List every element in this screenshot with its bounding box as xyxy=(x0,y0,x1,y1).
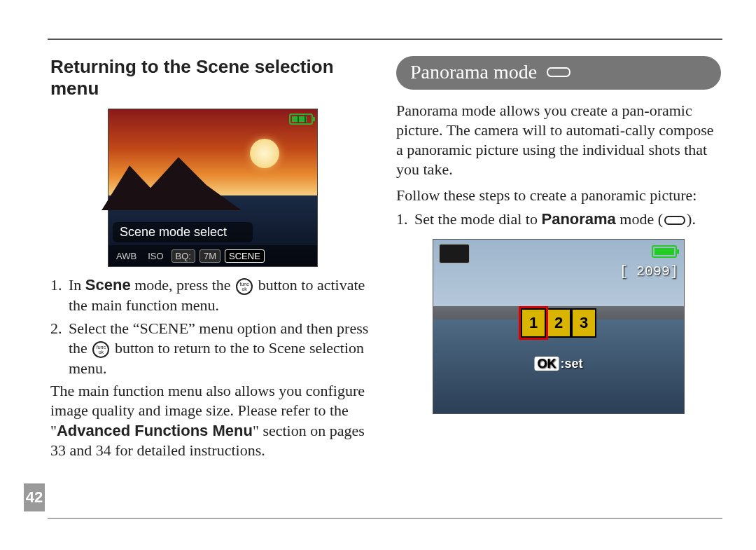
shots-remaining: [ 2099] xyxy=(620,263,678,280)
tag-awb: AWB xyxy=(113,250,140,262)
sun-graphic xyxy=(250,139,279,168)
func-ok-button-icon: funcok xyxy=(92,341,109,358)
func-ok-button-icon: funcok xyxy=(236,278,253,295)
mode-indicator-icon xyxy=(439,244,470,263)
camera-status-row: AWB ISO BQ: 7M SCENE xyxy=(108,245,317,266)
item-text: In Scene mode, press the funcok button t… xyxy=(69,275,375,315)
section-header-pill: Panorama mode xyxy=(396,56,721,90)
figure-panorama-preview: [ 2099] 1 2 3 OK:set xyxy=(433,239,685,414)
panorama-icon xyxy=(547,67,570,77)
bold: Advanced Functions Menu xyxy=(57,422,253,439)
mountain-graphic xyxy=(102,154,241,210)
content-columns: Returning to the Scene selection menu Sc… xyxy=(50,56,721,515)
right-column: Panorama mode Panorama mode allows you c… xyxy=(396,56,721,515)
panorama-frame: 2 xyxy=(546,308,571,338)
t: In xyxy=(69,276,85,294)
battery-icon xyxy=(289,114,313,125)
scene-mode-banner: Scene mode select xyxy=(113,222,253,242)
item-number: 1. xyxy=(50,275,69,315)
t: Set the mode dial to xyxy=(414,210,541,228)
left-column: Returning to the Scene selection menu Sc… xyxy=(50,56,375,515)
item-number: 2. xyxy=(50,319,69,379)
tag-scene: SCENE xyxy=(225,249,265,263)
ok-badge: OK xyxy=(534,357,559,371)
tag-bq: BQ: xyxy=(172,249,195,263)
list-item: 2. Select the “SCENE” menu option and th… xyxy=(50,319,375,379)
page-number-tab: 42 xyxy=(24,483,45,511)
bottom-rule xyxy=(48,518,722,519)
set-text: :set xyxy=(560,357,582,371)
t: ). xyxy=(687,210,696,228)
left-paragraph: The main function menu also allows you c… xyxy=(50,381,375,460)
battery-icon xyxy=(652,245,677,258)
panorama-frame-group: 1 2 3 xyxy=(521,308,596,338)
tag-iso: ISO xyxy=(144,250,167,262)
top-rule xyxy=(48,39,722,40)
bold: Scene xyxy=(85,276,131,294)
panorama-frame: 1 xyxy=(521,308,546,338)
t: mode ( xyxy=(616,210,663,228)
steps-list-right: 1. Set the mode dial to Panorama mode ()… xyxy=(396,209,721,230)
figure-scene-mode-select: Scene mode select AWB ISO BQ: 7M SCENE xyxy=(108,109,318,267)
steps-list-left: 1. In Scene mode, press the funcok butto… xyxy=(50,275,375,378)
tag-7m: 7M xyxy=(200,249,220,263)
t: button to return to the to Scene selecti… xyxy=(69,339,364,377)
item-text: Set the mode dial to Panorama mode (). xyxy=(414,209,721,230)
left-heading: Returning to the Scene selection menu xyxy=(50,56,375,99)
t: mode, press the xyxy=(131,276,234,294)
bold: Panorama xyxy=(541,210,615,228)
item-text: Select the “SCENE” menu option and then … xyxy=(69,319,375,379)
section-title: Panorama mode xyxy=(410,61,537,83)
panorama-intro: Panorama mode allows you create a pan-or… xyxy=(396,101,721,180)
ok-set-label: OK:set xyxy=(534,357,582,371)
panorama-icon xyxy=(664,216,685,225)
list-item: 1. In Scene mode, press the funcok butto… xyxy=(50,275,375,315)
list-item: 1. Set the mode dial to Panorama mode ()… xyxy=(396,209,721,230)
item-number: 1. xyxy=(396,209,414,230)
panorama-follow: Follow these steps to create a panoramic… xyxy=(396,186,721,205)
panorama-frame: 3 xyxy=(571,308,596,338)
